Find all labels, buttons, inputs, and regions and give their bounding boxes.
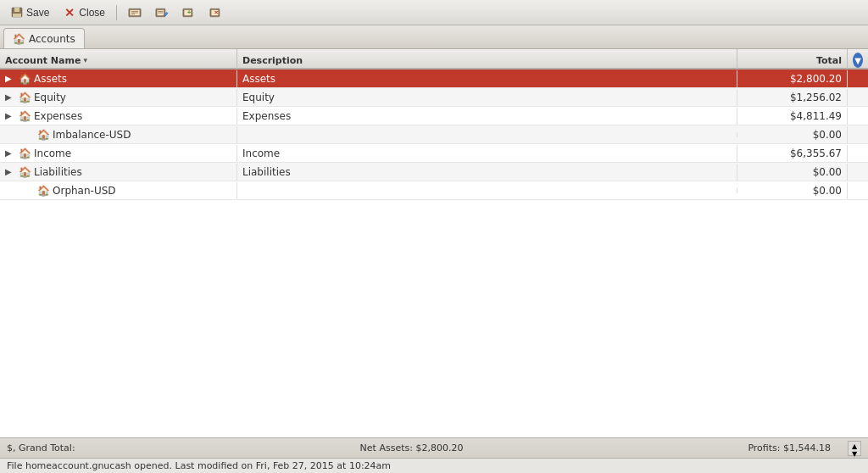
- account-description-cell: Equity: [237, 89, 737, 106]
- account-actions-cell: [848, 151, 868, 156]
- edit-account-icon: [155, 6, 169, 19]
- account-actions-cell: [848, 170, 868, 175]
- delete-account-icon: ×: [209, 6, 223, 19]
- save-label: Save: [26, 7, 49, 19]
- new-account-icon: +: [182, 6, 196, 19]
- table-row[interactable]: ▶ 🏠 Equity Equity $1,256.02: [0, 88, 868, 107]
- account-total-cell: $4,811.49: [737, 108, 848, 125]
- open-account-button[interactable]: [123, 4, 147, 21]
- account-actions-cell: [848, 114, 868, 119]
- status-profits: Profits: $1,544.18: [748, 442, 831, 454]
- status-net-assets: Net Assets: $2,800.20: [92, 442, 732, 454]
- new-account-button[interactable]: +: [177, 4, 201, 21]
- svg-rect-2: [13, 14, 21, 17]
- account-actions-cell: [848, 76, 868, 81]
- sort-arrow-name: ▾: [83, 56, 87, 64]
- table-row[interactable]: ▶ 🏠 Expenses Expenses $4,811.49: [0, 107, 868, 125]
- account-total-cell: $6,355.67: [737, 145, 848, 162]
- expand-arrow[interactable]: ▶: [5, 111, 15, 120]
- account-icon: 🏠: [19, 166, 31, 178]
- account-total-cell: $2,800.20: [737, 70, 848, 87]
- account-icon: 🏠: [37, 185, 49, 197]
- col-header-actions: ▼: [848, 49, 868, 71]
- account-name-cell: ▶ 🏠 Income: [0, 145, 237, 162]
- status-bar: $, Grand Total: Net Assets: $2,800.20 Pr…: [0, 437, 868, 458]
- account-name: Equity: [34, 92, 66, 103]
- account-name-cell: 🏠 Imbalance-USD: [0, 126, 237, 143]
- account-icon: 🏠: [37, 129, 49, 141]
- account-name: Assets: [34, 73, 67, 85]
- expand-arrow[interactable]: ▶: [5, 92, 15, 102]
- scroll-control[interactable]: ▲ ▼: [848, 441, 861, 456]
- svg-rect-1: [14, 8, 19, 12]
- account-name: Imbalance-USD: [53, 129, 131, 141]
- account-total-cell: $0.00: [737, 164, 848, 181]
- expand-arrow[interactable]: ▶: [5, 148, 15, 158]
- col-header-name[interactable]: Account Name ▾: [0, 49, 237, 71]
- expand-arrow[interactable]: ▶: [5, 167, 15, 176]
- account-description-cell: Liabilities: [237, 164, 737, 181]
- account-actions-cell: [848, 188, 868, 193]
- account-total-cell: $0.00: [737, 126, 848, 143]
- close-label: Close: [79, 7, 105, 19]
- delete-account-button[interactable]: ×: [204, 4, 228, 21]
- account-description-cell: [237, 188, 737, 193]
- tab-accounts-icon: 🏠: [13, 33, 25, 45]
- nav-icon[interactable]: ▼: [853, 53, 863, 68]
- account-icon: 🏠: [19, 147, 31, 159]
- scroll-down-icon[interactable]: ▼: [852, 450, 857, 458]
- toolbar: Save ✕ Close: [0, 0, 868, 25]
- col-description-label: Description: [242, 55, 303, 66]
- account-name-cell: ▶ 🏠 Liabilities: [0, 164, 237, 181]
- col-name-label: Account Name: [5, 55, 81, 66]
- tab-accounts-label: Accounts: [29, 33, 75, 45]
- table-row[interactable]: 🏠 Imbalance-USD $0.00: [0, 125, 868, 144]
- account-name-cell: ▶ 🏠 Expenses: [0, 108, 237, 125]
- account-name-cell: ▶ 🏠 Equity: [0, 89, 237, 106]
- table-row[interactable]: ▶ 🏠 Income Income $6,355.67: [0, 144, 868, 163]
- tab-accounts[interactable]: 🏠 Accounts: [3, 28, 85, 48]
- save-button[interactable]: Save: [5, 4, 54, 21]
- account-name: Orphan-USD: [53, 185, 116, 197]
- account-name-cell: 🏠 Orphan-USD: [0, 182, 237, 199]
- account-icon: 🏠: [19, 73, 31, 85]
- account-total-cell: $1,256.02: [737, 89, 848, 106]
- account-icon: 🏠: [19, 110, 31, 122]
- account-actions-cell: [848, 95, 868, 100]
- close-button[interactable]: ✕ Close: [58, 4, 110, 21]
- account-total-cell: $0.00: [737, 182, 848, 199]
- account-name: Liabilities: [34, 166, 82, 178]
- account-description-cell: Assets: [237, 70, 737, 87]
- table-row[interactable]: 🏠 Orphan-USD $0.00: [0, 181, 868, 200]
- col-total-label: Total: [816, 55, 842, 66]
- scroll-up-icon[interactable]: ▲: [852, 442, 857, 450]
- account-actions-cell: [848, 132, 868, 137]
- account-name-cell: ▶ 🏠 Assets: [0, 70, 237, 87]
- main-content: Account Name ▾ Description Total ▼ ▶ 🏠 A…: [0, 49, 868, 437]
- account-description-cell: Income: [237, 145, 737, 162]
- save-icon: [10, 6, 24, 19]
- status-grand-total: $, Grand Total:: [7, 442, 75, 454]
- col-header-description[interactable]: Description: [237, 49, 737, 71]
- account-name: Expenses: [34, 110, 82, 122]
- col-header-total[interactable]: Total: [737, 49, 848, 71]
- close-icon: ✕: [63, 6, 76, 19]
- table-body: ▶ 🏠 Assets Assets $2,800.20 ▶ 🏠 Equity E…: [0, 70, 868, 437]
- info-text: File homeaccount.gnucash opened. Last mo…: [7, 460, 391, 471]
- table-row[interactable]: ▶ 🏠 Liabilities Liabilities $0.00: [0, 163, 868, 181]
- svg-text:×: ×: [214, 8, 219, 15]
- account-description-cell: Expenses: [237, 108, 737, 125]
- tabs-bar: 🏠 Accounts: [0, 25, 868, 49]
- edit-account-button[interactable]: [150, 4, 174, 21]
- toolbar-separator: [116, 5, 117, 20]
- account-icon: 🏠: [19, 92, 31, 103]
- table-header: Account Name ▾ Description Total ▼: [0, 49, 868, 70]
- account-description-cell: [237, 132, 737, 137]
- svg-text:+: +: [187, 8, 192, 15]
- table-row[interactable]: ▶ 🏠 Assets Assets $2,800.20: [0, 70, 868, 88]
- info-bar: File homeaccount.gnucash opened. Last mo…: [0, 458, 868, 473]
- open-account-icon: [128, 6, 142, 19]
- expand-arrow[interactable]: ▶: [5, 74, 15, 83]
- account-name: Income: [34, 147, 71, 159]
